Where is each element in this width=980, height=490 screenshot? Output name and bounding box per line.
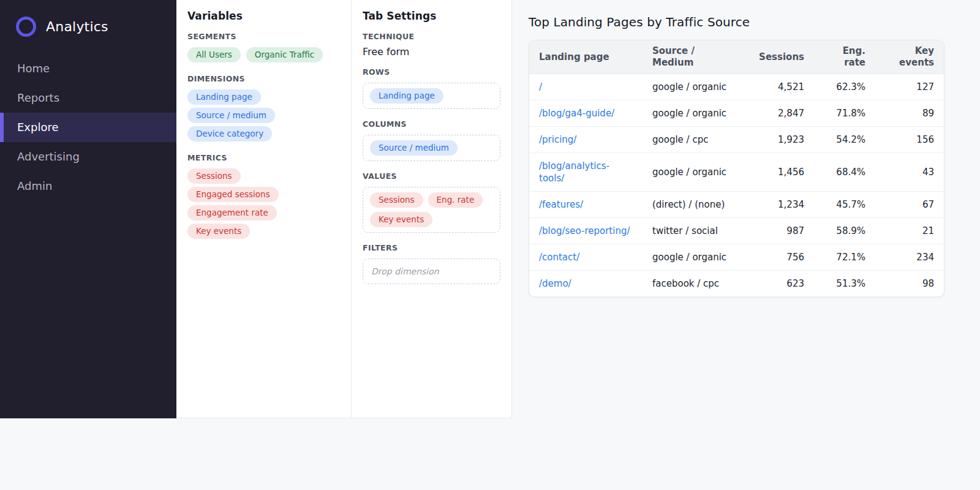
chip-list-metrics: SessionsEngaged sessionsEngagement rateK… — [187, 168, 340, 239]
tab-settings-title: Tab Settings — [363, 10, 500, 22]
table-row: /pricing/google / cpc1,92354.2%156 — [529, 127, 944, 153]
sessions-cell: 1,923 — [747, 127, 814, 153]
tab-settings-section-values: VALUESSessionsEng. rateKey events — [363, 172, 500, 233]
eng-rate-cell: 58.9% — [814, 218, 875, 244]
variables-panel: Variables SEGMENTSAll UsersOrganic Traff… — [176, 0, 352, 418]
sidebar-item-reports[interactable]: Reports — [0, 83, 176, 113]
landing-page-link[interactable]: /contact/ — [539, 252, 579, 263]
table-body: /google / organic4,52162.3%127/blog/ga4-… — [529, 74, 944, 297]
landing-page-cell: /pricing/ — [529, 127, 643, 153]
key-events-cell: 98 — [875, 271, 944, 297]
key-events-cell: 67 — [875, 192, 944, 218]
section-label-segments: SEGMENTS — [187, 32, 340, 41]
eng-rate-cell: 68.4% — [814, 153, 875, 192]
tab-settings-section-columns: COLUMNSSource / medium — [363, 119, 500, 161]
chip-list-segments: All UsersOrganic Traffic — [187, 47, 340, 62]
source-medium-cell: (direct) / (none) — [643, 192, 747, 218]
key-events-cell: 43 — [875, 153, 944, 192]
dropzone-rows[interactable]: Landing page — [363, 83, 500, 109]
source-medium-cell: google / organic — [643, 74, 747, 100]
chip-source-medium[interactable]: Source / medium — [370, 140, 458, 156]
chip-landing-page[interactable]: Landing page — [187, 89, 261, 105]
table-row: /blog/analytics-tools/google / organic1,… — [529, 153, 944, 192]
variables-section-metrics: METRICSSessionsEngaged sessionsEngagemen… — [187, 153, 340, 239]
tab-settings-dropzones: ROWSLanding pageCOLUMNSSource / mediumVA… — [363, 67, 500, 284]
table-row: /demo/facebook / cpc62351.3%98 — [529, 271, 944, 297]
landing-page-cell: /contact/ — [529, 244, 643, 271]
sessions-cell: 1,234 — [747, 192, 814, 218]
sidebar-item-home[interactable]: Home — [0, 54, 176, 83]
tab-settings-panel: Tab Settings TECHNIQUE Free form ROWSLan… — [352, 0, 512, 418]
table-row: /features/(direct) / (none)1,23445.7%67 — [529, 192, 944, 218]
chip-key-events[interactable]: Key events — [370, 212, 432, 227]
sessions-cell: 987 — [747, 218, 814, 244]
page-title: Top Landing Pages by Traffic Source — [529, 15, 980, 29]
chip-landing-page[interactable]: Landing page — [370, 88, 443, 104]
section-label-filters: FILTERS — [363, 243, 500, 252]
landing-page-link[interactable]: /blog/ga4-guide/ — [539, 108, 614, 119]
report-table: Landing pageSource / MediumSessionsEng. … — [529, 40, 944, 296]
sessions-cell: 2,847 — [747, 100, 814, 127]
logo-text: Analytics — [46, 19, 108, 34]
chip-engaged-sessions[interactable]: Engaged sessions — [187, 187, 279, 202]
dropzone-columns[interactable]: Source / medium — [363, 135, 500, 161]
technique-label: TECHNIQUE — [363, 32, 500, 41]
source-medium-cell: twitter / social — [643, 218, 747, 244]
main-area: Top Landing Pages by Traffic Source Land… — [512, 0, 980, 490]
landing-page-link[interactable]: /pricing/ — [539, 134, 576, 145]
eng-rate-cell: 45.7% — [814, 192, 875, 218]
chip-key-events[interactable]: Key events — [187, 224, 250, 239]
chip-eng-rate[interactable]: Eng. rate — [428, 192, 483, 208]
landing-page-cell: /features/ — [529, 192, 643, 218]
dropzone-filters[interactable]: Drop dimension — [363, 258, 500, 284]
column-header-eng-rate[interactable]: Eng. rate — [814, 40, 875, 74]
eng-rate-cell: 71.8% — [814, 100, 875, 127]
dropzone-values[interactable]: SessionsEng. rateKey events — [363, 187, 500, 233]
landing-page-cell: /blog/seo-reporting/ — [529, 218, 643, 244]
chip-organic-traffic[interactable]: Organic Traffic — [246, 47, 323, 62]
landing-page-link[interactable]: / — [539, 81, 542, 92]
dropzone-placeholder: Drop dimension — [370, 266, 440, 277]
key-events-cell: 156 — [875, 127, 944, 153]
sidebar-item-advertising[interactable]: Advertising — [0, 142, 176, 172]
source-medium-cell: google / cpc — [643, 127, 747, 153]
variables-sections: SEGMENTSAll UsersOrganic TrafficDIMENSIO… — [187, 32, 340, 239]
eng-rate-cell: 72.1% — [814, 244, 875, 271]
column-header-landing-page[interactable]: Landing page — [529, 40, 643, 74]
source-medium-cell: facebook / cpc — [643, 271, 747, 297]
column-header-key-events[interactable]: Key events — [875, 40, 944, 74]
eng-rate-cell: 51.3% — [814, 271, 875, 297]
table-row: /contact/google / organic75672.1%234 — [529, 244, 944, 271]
landing-page-link[interactable]: /blog/analytics-tools/ — [539, 160, 609, 184]
chip-all-users[interactable]: All Users — [187, 47, 241, 62]
landing-page-link[interactable]: /demo/ — [539, 278, 571, 289]
section-label-rows: ROWS — [363, 67, 500, 77]
key-events-cell: 21 — [875, 218, 944, 244]
landing-page-link[interactable]: /features/ — [539, 199, 583, 210]
sidebar-item-admin[interactable]: Admin — [0, 172, 176, 201]
source-medium-cell: google / organic — [643, 153, 747, 192]
landing-page-cell: /blog/ga4-guide/ — [529, 100, 643, 127]
chip-list-dimensions: Landing pageSource / mediumDevice catego… — [187, 89, 340, 141]
landing-page-link[interactable]: /blog/seo-reporting/ — [539, 225, 630, 236]
section-label-dimensions: DIMENSIONS — [187, 74, 340, 83]
column-header-source-medium[interactable]: Source / Medium — [643, 40, 747, 74]
table-header-row: Landing pageSource / MediumSessionsEng. … — [529, 40, 944, 74]
chip-device-category[interactable]: Device category — [187, 126, 272, 141]
chip-sessions[interactable]: Sessions — [370, 192, 423, 208]
sessions-cell: 1,456 — [747, 153, 814, 192]
technique-selector[interactable]: Free form — [363, 46, 500, 58]
analytics-logo-icon — [16, 17, 36, 37]
sessions-cell: 756 — [747, 244, 814, 271]
table-row: /blog/ga4-guide/google / organic2,84771.… — [529, 100, 944, 127]
source-medium-cell: google / organic — [643, 100, 747, 127]
landing-page-cell: / — [529, 74, 643, 100]
chip-source-medium[interactable]: Source / medium — [187, 108, 275, 123]
report-table-card: Landing pageSource / MediumSessionsEng. … — [529, 40, 944, 297]
sidebar-item-explore[interactable]: Explore — [0, 113, 176, 142]
chip-engagement-rate[interactable]: Engagement rate — [187, 205, 277, 221]
chip-sessions[interactable]: Sessions — [187, 168, 241, 184]
landing-page-cell: /demo/ — [529, 271, 643, 297]
column-header-sessions[interactable]: Sessions — [747, 40, 814, 74]
tab-settings-section-filters: FILTERSDrop dimension — [363, 243, 500, 284]
